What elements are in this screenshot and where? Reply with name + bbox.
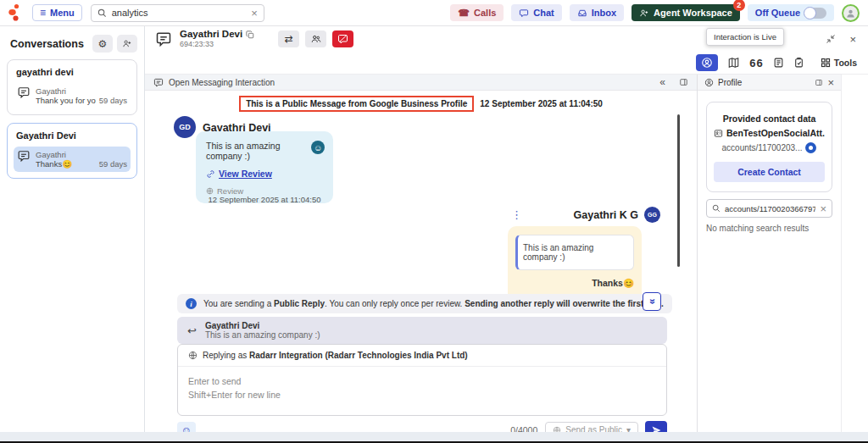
hamburger-icon: ≡ xyxy=(40,7,46,19)
quoted-review-text: This is an amazing company :) xyxy=(515,235,634,270)
user-avatar[interactable] xyxy=(842,4,860,22)
panel-title: Open Messaging Interaction xyxy=(169,78,654,87)
contact-search-input[interactable] xyxy=(725,204,815,213)
phone-icon: ☎ xyxy=(458,8,470,19)
calls-button[interactable]: ☎ Calls xyxy=(450,4,504,21)
menu-button[interactable]: ≡ Menu xyxy=(32,4,82,21)
grid-icon xyxy=(821,58,831,68)
create-contact-button[interactable]: Create Contact xyxy=(714,162,825,182)
transcript-scrollbar[interactable] xyxy=(677,114,680,267)
conversation-age: 59 days xyxy=(99,96,127,105)
top-bar: ≡ Menu × ☎ Calls Chat Inbox xyxy=(0,0,868,26)
message-icon xyxy=(17,86,31,98)
conversation-sender: Gayathri xyxy=(36,86,127,96)
transfer-icon: ⇄ xyxy=(285,33,293,45)
contact-card-icon xyxy=(714,129,723,138)
copy-icon[interactable] xyxy=(246,30,254,39)
person-add-icon xyxy=(639,8,649,18)
agent-workspace-label: Agent Workspace xyxy=(654,8,732,18)
conversation-item-selected[interactable]: Gayathri Thanks😊 59 days xyxy=(14,147,131,172)
inbound-timestamp: 12 September 2025 at 11:04:50 xyxy=(196,195,333,204)
outbound-avatar: GG xyxy=(644,207,660,223)
view-review-label[interactable]: View Review xyxy=(219,169,272,179)
contact-search[interactable]: × xyxy=(706,199,832,218)
participant-name: Gayathri Devi xyxy=(180,29,242,40)
off-queue-toggle-group[interactable]: Off Queue xyxy=(748,4,834,21)
conversation-group-name: gayathri devi xyxy=(16,67,131,77)
right-gutter xyxy=(841,75,868,432)
outbound-sender-name: Gayathri K G xyxy=(574,209,638,221)
inbox-label: Inbox xyxy=(592,8,616,18)
close-profile-icon[interactable]: × xyxy=(827,76,834,89)
profile-tab-active[interactable] xyxy=(696,54,718,71)
open-messaging-bar: Open Messaging Interaction « xyxy=(145,75,697,91)
composer-placeholder-line1: Enter to send xyxy=(188,374,656,388)
profile-icon xyxy=(704,78,714,87)
expand-composer-button[interactable]: « xyxy=(643,292,661,311)
search-clear-icon[interactable]: × xyxy=(820,203,826,214)
genesys-logo xyxy=(8,3,21,22)
agent-workspace-button[interactable]: Agent Workspace 2 xyxy=(632,4,740,21)
contact-name: BenTestOpenSocialAtt... xyxy=(726,128,825,138)
inbox-button[interactable]: Inbox xyxy=(570,4,624,21)
off-queue-toggle[interactable] xyxy=(804,8,826,19)
message-icon xyxy=(17,150,31,162)
inbox-icon xyxy=(577,8,587,18)
system-message-row: This is a Public Message from Google Bus… xyxy=(145,96,697,112)
disconnect-button[interactable] xyxy=(332,30,353,47)
message-transcript: This is a Public Message from Google Bus… xyxy=(145,91,697,432)
sidebar-header: Conversations ⚙ xyxy=(0,26,144,59)
conversation-card[interactable]: gayathri devi Gayathri Thank you for you… xyxy=(7,59,137,115)
banner-seg1: You are sending a xyxy=(203,299,274,308)
chat-button[interactable]: Chat xyxy=(511,4,561,21)
sidebar-title: Conversations xyxy=(10,38,88,50)
wrapup-clipboard-icon[interactable] xyxy=(793,57,804,69)
journey-map-icon[interactable] xyxy=(727,57,740,69)
tools-label: Tools xyxy=(834,58,857,68)
popout-panel-icon[interactable] xyxy=(815,79,823,86)
link-contact-icon[interactable] xyxy=(805,142,816,153)
conversation-preview: Thank you for your valuable fee xyxy=(36,96,96,105)
composer-placeholder-line2: Shift+Enter for new line xyxy=(188,388,656,401)
reaction-emoji-icon[interactable]: ☺ xyxy=(311,141,325,154)
close-icon[interactable]: × xyxy=(849,33,856,46)
conversations-sidebar: Conversations ⚙ gayathri devi Gayathri T… xyxy=(0,26,145,432)
public-reply-banner: i You are sending a Public Reply. You ca… xyxy=(177,294,672,313)
message-composer[interactable]: Replying as Radarr Integration (Radarr T… xyxy=(177,344,667,416)
system-message-time: 12 September 2025 at 11:04:50 xyxy=(480,99,603,108)
off-queue-label: Off Queue xyxy=(755,8,800,18)
settings-button[interactable]: ⚙ xyxy=(92,35,113,53)
global-search-input[interactable] xyxy=(112,8,246,18)
search-icon xyxy=(97,8,107,18)
no-results-text: No matching search results xyxy=(706,224,832,233)
view-review-link[interactable]: View Review xyxy=(206,169,325,179)
window-controls: × xyxy=(826,33,856,46)
contact-data-card: Provided contact data BenTestOpenSocialA… xyxy=(706,102,832,192)
panel-layout-icon[interactable] xyxy=(679,78,688,86)
conversation-card-selected[interactable]: Gayathri Devi Gayathri Thanks😊 59 days xyxy=(7,123,137,179)
consult-button[interactable] xyxy=(305,30,326,47)
banner-seg2: . You can only reply once per review. xyxy=(325,299,465,308)
responses-icon[interactable]: 66 xyxy=(749,57,763,69)
script-icon[interactable] xyxy=(773,57,784,69)
reply-context-bar[interactable]: ↩ Gayathri Devi This is an amazing compa… xyxy=(177,317,667,344)
replying-as-text: Replying as Radarr Integration (Radarr T… xyxy=(203,351,468,360)
conversation-item[interactable]: Gayathri Thank you for your valuable fee… xyxy=(14,83,131,108)
link-icon xyxy=(206,169,215,179)
interaction-timer: 694:23:33 xyxy=(180,40,254,48)
new-conversation-button[interactable] xyxy=(117,35,137,53)
collapse-left-icon[interactable]: « xyxy=(659,76,665,88)
profile-header: Profile × xyxy=(698,75,841,91)
transfer-button[interactable]: ⇄ xyxy=(278,30,299,47)
conversation-preview: Thanks😊 xyxy=(36,159,96,169)
tools-button[interactable]: Tools xyxy=(821,58,857,68)
conversation-age: 59 days xyxy=(99,159,127,169)
profile-panel: Profile × Provided contact data BenTestO… xyxy=(697,75,841,432)
globe-icon xyxy=(206,187,214,195)
interaction-live-tooltip: Interaction is Live xyxy=(706,28,784,46)
outbound-message-text: Thanks😊 xyxy=(515,278,634,289)
search-clear-icon[interactable]: × xyxy=(251,8,258,19)
composer-input[interactable]: Enter to send Shift+Enter for new line xyxy=(178,367,666,410)
global-search[interactable]: × xyxy=(91,4,264,22)
collapse-window-icon[interactable] xyxy=(826,34,836,44)
